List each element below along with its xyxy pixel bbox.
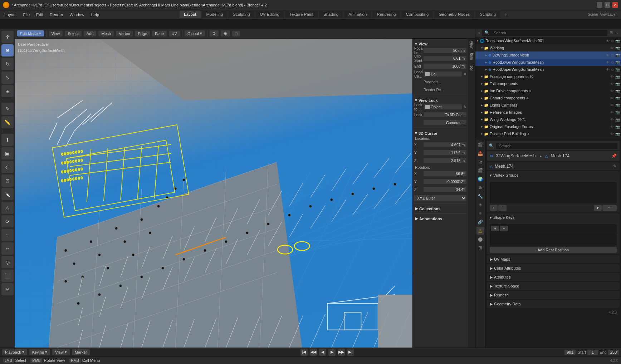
cursor-x-value[interactable]: 4.697 m [424, 142, 466, 147]
vertex-menu[interactable]: Vertex [116, 31, 133, 36]
cursor-y-value[interactable]: 112.9 m [424, 150, 466, 155]
prop-render-icon[interactable]: 🎬 [476, 141, 484, 149]
poly-build-tool[interactable]: △ [1, 202, 14, 214]
fus-rend-icon[interactable]: 📷 [615, 75, 620, 79]
ws-tab-texture[interactable]: Texture Paint [285, 11, 318, 18]
scale-tool[interactable]: ⤡ [1, 72, 14, 84]
ru-vp-icon[interactable]: ⊙ [611, 68, 614, 72]
vertex-groups-header[interactable]: ▾ Vertex Groups [487, 171, 620, 179]
xray-btn[interactable]: □ [232, 31, 240, 36]
vg-down-btn[interactable]: ▾ [594, 205, 602, 211]
of-vis-icon[interactable]: 👁 [610, 125, 614, 129]
shrink-fatten-tool[interactable]: ◎ [1, 256, 14, 268]
texture-space-header[interactable]: ▶ Texture Space [487, 282, 620, 290]
menu-layout[interactable]: Layout [1, 12, 20, 18]
prop-world-icon[interactable]: 🌍 [476, 175, 484, 183]
ww-vis-icon[interactable]: 👁 [610, 118, 614, 122]
outliner-item-fuselage[interactable]: ▸ 📁 Fuselage components 60 👁 📷 [475, 73, 621, 80]
uv-maps-header[interactable]: ▶ UV Maps [487, 255, 620, 263]
working-render-icon[interactable]: 📷 [615, 46, 620, 50]
annotate-tool[interactable]: ✎ [1, 103, 14, 115]
ca-vis-icon[interactable]: 👁 [610, 96, 614, 100]
outliner-filter-btn[interactable]: ⊟ [610, 30, 613, 35]
lc-vis-icon[interactable]: 👁 [610, 103, 614, 107]
tail-rend-icon[interactable]: 📷 [615, 82, 620, 86]
camera-t-value[interactable]: Camera t... [424, 120, 466, 125]
outliner-item-wing-workings[interactable]: ▸ 📁 Wing Workings 38-71 👁 📷 [475, 116, 621, 123]
ep-rend-icon[interactable]: 📷 [615, 132, 620, 136]
loop-cut-tool[interactable]: ⊡ [1, 174, 14, 187]
ws-tab-uv[interactable]: UV Editing [256, 11, 284, 18]
wm-rend-icon[interactable]: 📷 [615, 53, 620, 57]
ws-tab-sculpting[interactable]: Sculpting [229, 11, 254, 18]
prop-particles-icon[interactable]: ✳ [476, 201, 484, 209]
step-forward-btn[interactable]: ▶▶ [338, 349, 345, 356]
jump-to-start-btn[interactable]: |◀ [300, 349, 308, 356]
ion-vis-icon[interactable]: 👁 [610, 89, 614, 93]
play-back-btn[interactable]: ◀ [319, 349, 326, 356]
mesh-menu[interactable]: Mesh [98, 31, 114, 36]
current-frame[interactable]: 901 [564, 350, 575, 355]
wm-vis-icon[interactable]: 👁 [606, 53, 610, 57]
menu-help[interactable]: Help [88, 12, 102, 18]
sk-add-btn[interactable]: + [491, 226, 499, 231]
n-tab-tool[interactable]: Tool [469, 62, 475, 73]
end-value[interactable]: 1000 m [424, 64, 466, 69]
vg-down-scroll-btn[interactable]: ⋯ [602, 205, 617, 211]
knife-tool[interactable]: 🔪 [1, 188, 14, 200]
geometry-data-header[interactable]: ▶ Geometry Data [487, 300, 620, 308]
prop-physics-icon[interactable]: ⚛ [476, 210, 484, 217]
ru-vis-icon[interactable]: 👁 [606, 68, 610, 72]
jump-to-end-btn[interactable]: ▶| [347, 349, 354, 356]
tail-vis-icon[interactable]: 👁 [610, 82, 614, 86]
menu-file[interactable]: File [20, 12, 33, 18]
ws-tab-rendering[interactable]: Rendering [372, 11, 400, 18]
cursor-z-value[interactable]: -2.915 m [424, 158, 466, 163]
outliner-item-escape-pod[interactable]: ▸ 📁 Escape Pod Building 3 👁 📷 [475, 130, 621, 137]
close-button[interactable]: ✕ [612, 2, 618, 8]
rl-vp-icon[interactable]: ⊙ [611, 60, 614, 64]
ws-tab-modeling[interactable]: Modeling [202, 11, 228, 18]
play-forward-btn[interactable]: ▶ [328, 349, 336, 356]
spin-tool[interactable]: ⟳ [1, 215, 14, 227]
lc-rend-icon[interactable]: 📷 [615, 103, 620, 107]
viewport-3d[interactable]: 0 0 0 0 0 0 0 0 0 0 0 0 0 0 0 0 0 0 0 0 … [15, 39, 475, 348]
step-back-btn[interactable]: ◀◀ [310, 349, 317, 356]
prop-data-icon[interactable]: △ [476, 227, 484, 235]
proportional-edit-btn[interactable]: ⊙ [210, 30, 219, 36]
view-menu[interactable]: View [49, 31, 63, 36]
prop-constraints-icon[interactable]: 🔗 [476, 218, 484, 226]
of-rend-icon[interactable]: 📷 [615, 125, 620, 129]
color-attrs-header[interactable]: ▶ Color Attributes [487, 264, 620, 272]
mesh-edit-btn[interactable]: ✎ [613, 164, 617, 169]
ws-tab-geonodes[interactable]: Geometry Nodes [434, 11, 474, 18]
ri-vis-icon[interactable]: 👁 [610, 110, 614, 114]
lock-object-value[interactable]: Object [424, 104, 462, 109]
remesh-header[interactable]: ▶ Remesh [487, 291, 620, 299]
add-menu[interactable]: Add [84, 31, 97, 36]
vg-remove-btn[interactable]: − [498, 205, 506, 211]
n-section-annotations[interactable]: ▶ Annotations [414, 215, 466, 222]
visibility-icon[interactable]: 👁 [606, 39, 610, 43]
overlay-btn[interactable]: ◉ [221, 30, 230, 36]
attributes-header[interactable]: ▶ Attributes [487, 273, 620, 281]
shape-keys-header[interactable]: ▾ Shape Keys [487, 213, 620, 221]
prop-scene-icon[interactable]: 🎬 [476, 167, 484, 174]
outliner-item-root-lower[interactable]: ▸ ⊕ RootLowerWingSurfaceMesh 👁 ⊙ 📷 [475, 59, 621, 66]
view-menu-pb[interactable]: View ▾ [52, 349, 70, 355]
rotate-tool[interactable]: ↻ [1, 58, 14, 70]
ws-tab-shading[interactable]: Shading [319, 11, 343, 18]
lock-edit-icon[interactable]: ✎ [463, 105, 466, 109]
working-visibility-icon[interactable]: 👁 [610, 46, 614, 50]
outliner-item-tail[interactable]: ▸ 📁 Tail components 👁 📷 [475, 80, 621, 87]
ri-rend-icon[interactable]: 📷 [615, 110, 620, 114]
wm-vp-icon[interactable]: ⊙ [611, 53, 614, 57]
n-tab-view[interactable]: View [469, 39, 475, 51]
prop-view-layer-icon[interactable]: 🗂 [476, 158, 484, 166]
lock-3d-cursor-value[interactable]: To 3D Cur... [424, 112, 466, 117]
rl-vis-icon[interactable]: 👁 [606, 60, 610, 64]
end-frame[interactable]: 250 [608, 350, 619, 355]
marker-menu[interactable]: Marker [72, 349, 90, 355]
local-camera-clear[interactable]: ✕ [463, 72, 466, 77]
select-menu[interactable]: Select [65, 31, 82, 36]
